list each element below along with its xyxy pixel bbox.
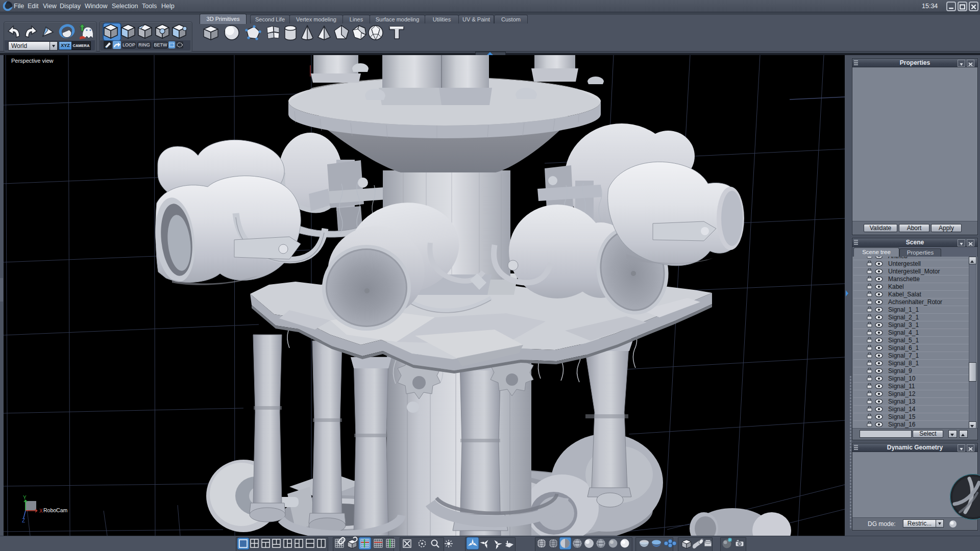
- svg-text:Perspective view: Perspective view: [11, 58, 54, 64]
- svg-text:Y: Y: [23, 495, 27, 500]
- svg-text:Z: Z: [22, 518, 25, 523]
- svg-text:X: X: [39, 508, 43, 514]
- svg-text:RoboCam: RoboCam: [43, 507, 68, 513]
